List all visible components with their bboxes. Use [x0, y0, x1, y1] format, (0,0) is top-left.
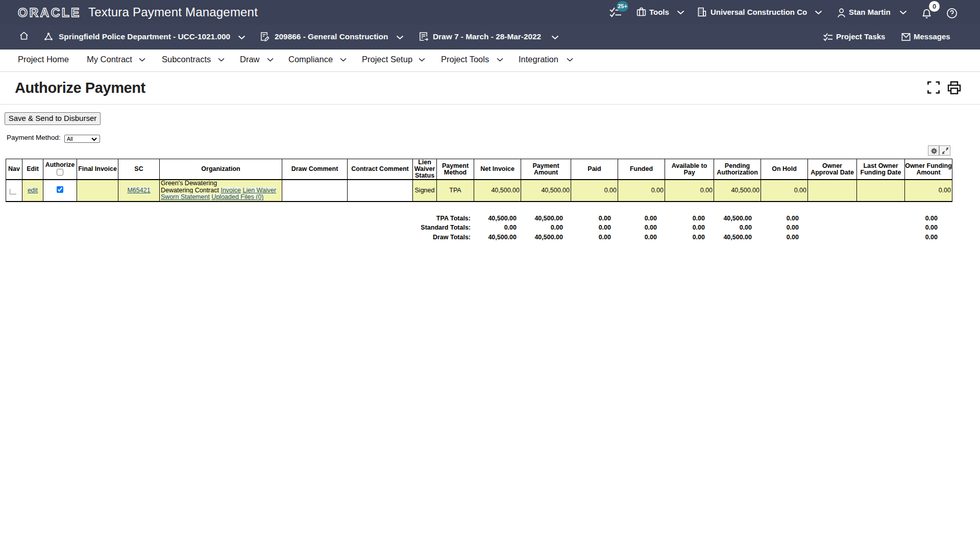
svg-text:ORACLE: ORACLE — [18, 7, 81, 19]
